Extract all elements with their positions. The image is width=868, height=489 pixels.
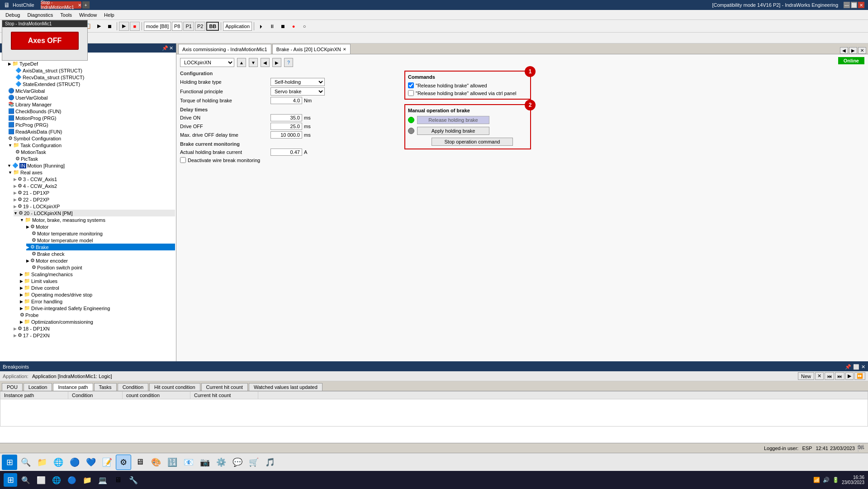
pe-close[interactable]: ✕ bbox=[169, 45, 173, 51]
tree-item-axis3[interactable]: ▶ ⚙ 3 - CCW_Axis1 bbox=[14, 176, 175, 182]
notepad-icon[interactable]: 📝 bbox=[100, 455, 115, 470]
tree-item-axis18[interactable]: ▶ ⚙ 18 - DP1XN bbox=[14, 325, 175, 332]
tree-item-readaxis[interactable]: 🟦 ReadAxisData (FUN) bbox=[8, 128, 175, 135]
paint-icon[interactable]: 🎨 bbox=[148, 455, 164, 470]
actual-brake-input[interactable] bbox=[270, 149, 302, 156]
release-ctrl-checkbox[interactable] bbox=[408, 90, 414, 96]
bp-nav2[interactable]: ⏭ bbox=[835, 372, 844, 380]
help-btn[interactable]: ? bbox=[284, 58, 293, 67]
new-tab-btn[interactable]: + bbox=[82, 1, 90, 9]
bp-delete-btn[interactable]: ✕ bbox=[815, 372, 824, 380]
app-btn1[interactable]: ⏵ bbox=[256, 22, 266, 31]
bp-tab-location[interactable]: Location bbox=[24, 383, 52, 391]
win-start-icon[interactable]: ⊞ bbox=[2, 455, 17, 470]
bp-tab-condition[interactable]: Condition bbox=[118, 383, 148, 391]
menu-help[interactable]: Help bbox=[100, 11, 118, 19]
torque-input[interactable] bbox=[270, 97, 302, 104]
tree-item-micvar[interactable]: 🔵 MicVarGlobal bbox=[8, 87, 175, 94]
stop-operation-btn[interactable]: Stop operation command bbox=[432, 138, 513, 146]
tree-item-axis17[interactable]: ▶ ⚙ 17 - DP2XN bbox=[14, 332, 175, 339]
bp-tab-currenthit[interactable]: Current hit count bbox=[201, 383, 248, 391]
taskbar-chrome[interactable]: 🌐 bbox=[50, 473, 63, 487]
menu-window[interactable]: Window bbox=[76, 11, 100, 19]
content-nav-next[interactable]: ▶ bbox=[849, 47, 857, 54]
whatsapp-icon[interactable]: 💬 bbox=[230, 455, 245, 470]
tb-stop[interactable]: ■ bbox=[130, 22, 140, 31]
bp-tab-pou[interactable]: POU bbox=[2, 383, 23, 391]
indraworks-icon[interactable]: ⚙ bbox=[116, 455, 131, 470]
tree-item-posswitch[interactable]: ⚙ Position switch point bbox=[32, 264, 175, 271]
p1-btn[interactable]: P1 bbox=[183, 22, 194, 31]
search-icon[interactable]: 🔍 bbox=[18, 455, 33, 470]
mail-icon[interactable]: 📧 bbox=[181, 455, 196, 470]
nav-left-btn[interactable]: ◀ bbox=[261, 58, 270, 67]
bp-pin[interactable]: 📌 bbox=[845, 364, 851, 370]
tree-item-errorhandling[interactable]: ▶ 📁 Error handling bbox=[20, 298, 175, 305]
explorer-icon[interactable]: 📁 bbox=[34, 455, 50, 470]
bp-tab-hitcount[interactable]: Hit count condition bbox=[149, 383, 200, 391]
tree-item-brakecheck[interactable]: ⚙ Brake check bbox=[32, 250, 175, 257]
release-brake-checkbox[interactable] bbox=[408, 82, 414, 88]
tree-item-taskconfig[interactable]: ▼ 📁 Task Configuration bbox=[8, 142, 175, 149]
drive-off-input[interactable] bbox=[270, 123, 302, 130]
photo-icon[interactable]: 📷 bbox=[197, 455, 213, 470]
nav-right-btn[interactable]: ▶ bbox=[272, 58, 281, 67]
menu-tools[interactable]: Tools bbox=[57, 11, 76, 19]
tree-item-motion[interactable]: ▼ 🔷 IN Motion [Running] bbox=[1, 162, 175, 169]
tree-item-safety[interactable]: ▶ 📁 Drive-integrated Safety Engineering bbox=[20, 305, 175, 312]
tree-item-motortempmodel[interactable]: ⚙ Motor temperature model bbox=[32, 237, 175, 244]
bp-nav3[interactable]: ▶ bbox=[845, 372, 854, 380]
menu-debug[interactable]: Debug bbox=[2, 11, 24, 19]
tree-item-motiontask[interactable]: ⚙ MotionTask bbox=[15, 149, 175, 155]
app-btn5[interactable]: ○ bbox=[299, 22, 309, 31]
taskbar-edge[interactable]: 🔵 bbox=[65, 473, 79, 487]
tree-item-axis22[interactable]: ▶ ⚙ 22 - DP2XP bbox=[14, 196, 175, 203]
tree-item-axisdata[interactable]: 🔷 AxisData_struct (STRUCT) bbox=[15, 67, 175, 74]
tree-item-typedef[interactable]: ▶ 📁 TypeDef bbox=[8, 60, 175, 67]
tree-item-drivecontrol[interactable]: ▶ 📁 Drive control bbox=[20, 284, 175, 291]
apply-brake-btn[interactable]: Apply holding brake bbox=[417, 127, 489, 135]
terminal-icon[interactable]: 🖥 bbox=[132, 455, 147, 470]
tree-item-axis19[interactable]: ▶ ⚙ 19 - LOCKpinXP bbox=[14, 203, 175, 210]
chrome-icon[interactable]: 🔵 bbox=[67, 455, 82, 470]
bp-new-btn[interactable]: New bbox=[798, 372, 814, 380]
device-selector[interactable]: LOCKpinXN bbox=[180, 58, 234, 67]
tree-item-motorencoder[interactable]: ▶ ⚙ Motor encoder bbox=[26, 257, 175, 264]
content-nav-prev[interactable]: ◀ bbox=[840, 47, 848, 54]
tree-item-motor[interactable]: ▶ ⚙ Motor bbox=[26, 223, 175, 230]
taskbar-taskview[interactable]: ⬜ bbox=[34, 473, 48, 487]
tree-item-motor-systems[interactable]: ▼ 📁 Motor, brake, measuring systems bbox=[20, 216, 175, 223]
restore-btn[interactable]: ⬜ bbox=[851, 2, 857, 8]
nav-up-btn[interactable]: ▲ bbox=[237, 58, 246, 67]
bp-nav1[interactable]: ⏮ bbox=[825, 372, 834, 380]
tree-item-realaxes[interactable]: ▼ 📁 Real axes bbox=[8, 169, 175, 176]
tree-item-opmodes[interactable]: ▶ 📁 Operating modes/drive stop bbox=[20, 291, 175, 298]
tree-item-recvdata[interactable]: 🔷 RecvData_struct (STRUCT) bbox=[15, 74, 175, 81]
taskbar-app1[interactable]: 🔧 bbox=[127, 473, 140, 487]
tree-item-uservar[interactable]: 🔵 UserVarGlobal bbox=[8, 94, 175, 101]
tree-item-stateext[interactable]: 🔷 StateExtended (STRUCT) bbox=[15, 81, 175, 87]
taskbar-search[interactable]: 🔍 bbox=[19, 473, 33, 487]
menu-diagnostics[interactable]: Diagnostics bbox=[24, 11, 57, 19]
bp-close[interactable]: ✕ bbox=[861, 364, 865, 370]
app-btn4[interactable]: ● bbox=[289, 22, 299, 31]
bp-tab-watched[interactable]: Watched values last updated bbox=[249, 383, 323, 391]
tree-item-brake[interactable]: ▶ ⚙ Brake bbox=[26, 244, 175, 250]
tree-item-libmgr[interactable]: 📚 Library Manager bbox=[8, 101, 175, 108]
win10-start[interactable]: ⊞ bbox=[4, 473, 17, 487]
tab-close-icon[interactable]: ✕ bbox=[343, 47, 346, 52]
max-drive-off-input[interactable] bbox=[270, 131, 302, 139]
tab-axis-commissioning[interactable]: Axis commissioning - IndraMotionMic1 bbox=[178, 44, 271, 54]
taskbar-files[interactable]: 📁 bbox=[81, 473, 94, 487]
nav-down-btn[interactable]: ▼ bbox=[249, 58, 258, 67]
tree-item-probe[interactable]: ⚙ Probe bbox=[20, 312, 175, 318]
functional-principle-select[interactable]: Servo brake bbox=[270, 87, 325, 96]
calc-icon[interactable]: 🔢 bbox=[165, 455, 180, 470]
tree-item-pictask[interactable]: ⚙ PicTask bbox=[15, 155, 175, 162]
tree-item-axis4[interactable]: ▶ ⚙ 4 - CCW_Axis2 bbox=[14, 182, 175, 189]
content-close[interactable]: ✕ bbox=[858, 47, 866, 54]
drive-on-input[interactable] bbox=[270, 114, 302, 121]
app-btn2[interactable]: ⏸ bbox=[267, 22, 277, 31]
store-icon[interactable]: 🛒 bbox=[246, 455, 261, 470]
close-btn[interactable]: ✕ bbox=[858, 2, 864, 8]
